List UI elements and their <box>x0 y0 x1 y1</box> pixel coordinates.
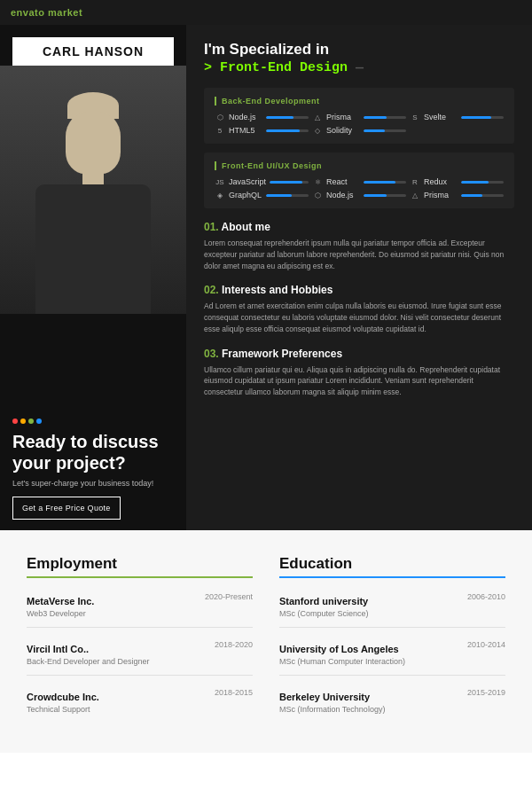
skill-item: ⬡ Node.js <box>215 113 309 121</box>
entry-company: Vircil Intl Co.. <box>27 644 89 654</box>
skill-item: ⬡ Node.js <box>312 191 406 200</box>
skill-item: △ Prisma <box>410 191 504 200</box>
skill-name: Prisma <box>424 191 458 200</box>
skill-name: JavaScript <box>229 177 266 186</box>
skill-name: GraphQL <box>229 191 262 200</box>
skill-icon: △ <box>312 113 323 121</box>
specialized-label: I'm Specialized in <box>204 41 514 59</box>
entry-role: MSc (Computer Science) <box>279 609 505 618</box>
entry-header: Vircil Intl Co.. 2018-2020 <box>27 640 253 656</box>
skill-bar <box>364 129 406 132</box>
entry-role: Web3 Developer <box>27 609 253 618</box>
skill-bar-fill <box>270 181 302 184</box>
skill-icon: ⚛ <box>312 178 323 186</box>
skill-item: R Redux <box>410 177 504 186</box>
skill-bar-fill <box>461 181 489 184</box>
dark-section: CARL HANSON Ready to discuss yo <box>0 25 532 530</box>
employment-col: Employment MetaVerse Inc. 2020-Present W… <box>27 555 253 726</box>
skill-name: Svelte <box>424 113 458 121</box>
top-bar: envato market <box>0 0 532 25</box>
skill-icon: R <box>410 178 420 186</box>
framework-heading-text: Framework Preferences <box>222 348 342 360</box>
entry-divider <box>279 675 505 676</box>
cta-button[interactable]: Get a Free Price Quote <box>12 497 121 520</box>
skill-bar <box>461 194 504 197</box>
skill-name: React <box>326 177 360 186</box>
employment-entry: Crowdcube Inc. 2018-2015 Technical Suppo… <box>27 688 253 714</box>
cta-sub: Let's super-charge your business today! <box>12 479 174 488</box>
framework-text: Ullamco cillum pariatur qui eu. Aliqua q… <box>204 364 514 398</box>
entry-header: Stanford university 2006-2010 <box>279 592 505 608</box>
entry-years: 2015-2019 <box>467 688 505 697</box>
education-col: Education Stanford university 2006-2010 … <box>279 555 505 726</box>
employment-underline <box>27 576 253 578</box>
skill-bar <box>461 116 504 119</box>
skill-item: ⚛ React <box>312 177 406 186</box>
framework-heading: 03. Framework Preferences <box>204 348 514 360</box>
dot-blue <box>36 419 42 424</box>
skill-icon: JS <box>215 178 225 186</box>
entry-years: 2010-2014 <box>467 640 505 649</box>
entry-years: 2018-2015 <box>215 688 253 697</box>
skill-icon: ⬡ <box>312 192 323 200</box>
skill-bar-fill <box>364 194 387 197</box>
frontend-skills-grid: JS JavaScript ⚛ React R Redux ◈ GraphQL … <box>215 177 504 200</box>
skill-bar <box>266 129 309 132</box>
entry-company: Crowdcube Inc. <box>27 692 99 702</box>
skill-bar-fill <box>364 181 395 184</box>
education-entry: Berkeley University 2015-2019 MSc (Infor… <box>279 688 505 714</box>
skill-name: Redux <box>424 177 458 186</box>
education-entries: Stanford university 2006-2010 MSc (Compu… <box>279 592 505 714</box>
entry-years: 2018-2020 <box>215 640 253 649</box>
entry-role: MSc (Information Technology) <box>279 705 505 714</box>
skill-bar <box>461 181 504 184</box>
interests-heading-text: Interests and Hobbies <box>222 284 332 296</box>
skill-icon: ◈ <box>215 192 225 200</box>
skill-bar-fill <box>266 129 300 132</box>
skill-icon: 5 <box>215 127 225 135</box>
skill-name: Node.js <box>229 113 262 121</box>
entry-divider <box>27 627 253 628</box>
skill-item: 5 HTML5 <box>215 126 309 135</box>
skill-item: ◈ GraphQL <box>215 191 309 200</box>
name-badge: CARL HANSON <box>12 37 174 66</box>
portrait-area <box>0 66 186 404</box>
frontend-skills-block: Front-End UI/UX Design JS JavaScript ⚛ R… <box>204 153 514 208</box>
entry-header: Crowdcube Inc. 2018-2015 <box>27 688 253 704</box>
skill-bar-fill <box>364 116 387 119</box>
framework-section: 03. Framework Preferences Ullamco cillum… <box>204 348 514 398</box>
skill-bar-fill <box>266 194 292 197</box>
interests-text: Ad Lorem et arnet exercitation enim culp… <box>204 301 514 334</box>
dot-yellow <box>20 419 26 424</box>
about-section: 01. About me Lorem consequat reprehender… <box>204 221 514 271</box>
about-num: 01. <box>204 221 219 233</box>
dot-green <box>28 419 34 424</box>
list-item: University of Los Angeles 2010-2014 MSc … <box>279 640 505 676</box>
entry-header: MetaVerse Inc. 2020-Present <box>27 592 253 608</box>
entry-divider <box>27 675 253 676</box>
about-heading-text: About me <box>222 221 270 233</box>
framework-num: 03. <box>204 348 219 360</box>
entry-company: Stanford university <box>279 596 368 606</box>
interests-heading: 02. Interests and Hobbies <box>204 284 514 296</box>
skill-name: Prisma <box>326 113 360 121</box>
cta-block: Ready to discuss your project? Let's sup… <box>0 404 186 530</box>
skill-item: S Svelte <box>410 113 504 121</box>
skill-item: JS JavaScript <box>215 177 309 186</box>
education-entry: University of Los Angeles 2010-2014 MSc … <box>279 640 505 676</box>
education-underline <box>279 576 505 578</box>
left-panel: CARL HANSON Ready to discuss yo <box>0 25 186 530</box>
skill-icon: ◇ <box>312 127 323 135</box>
entry-company: Berkeley University <box>279 692 370 702</box>
skill-bar-fill <box>461 194 482 197</box>
list-item: MetaVerse Inc. 2020-Present Web3 Develop… <box>27 592 253 628</box>
backend-category: Back-End Development <box>215 97 504 106</box>
skill-icon: S <box>410 113 420 121</box>
skill-bar <box>364 181 406 184</box>
entry-divider <box>279 627 505 628</box>
entry-company: MetaVerse Inc. <box>27 596 94 606</box>
skill-item: ◇ Solidity <box>312 126 406 135</box>
entry-company: University of Los Angeles <box>279 644 399 654</box>
entry-role: MSc (Human Computer Interaction) <box>279 657 505 666</box>
entry-years: 2020-Present <box>205 592 253 601</box>
